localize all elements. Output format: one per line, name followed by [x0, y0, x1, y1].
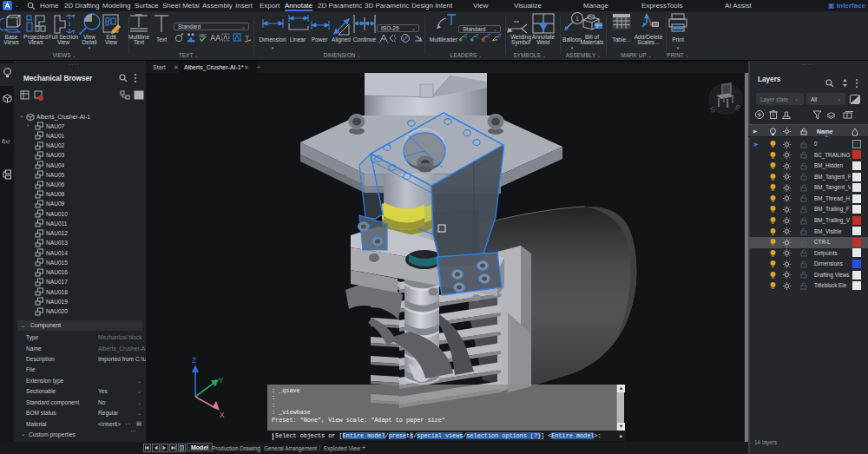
svg-text:T: T — [72, 14, 76, 19]
svg-text:X: X — [220, 411, 225, 420]
svg-text:Y: Y — [219, 377, 224, 385]
svg-text:T: T — [487, 33, 491, 39]
svg-text:ABC: ABC — [199, 34, 207, 38]
svg-text:1: 1 — [575, 16, 579, 22]
svg-text:T: T — [464, 33, 469, 39]
svg-text:T: T — [498, 33, 503, 39]
svg-text:T: T — [476, 33, 480, 39]
svg-text:Z: Z — [192, 357, 197, 365]
svg-text:T: T — [72, 30, 76, 35]
